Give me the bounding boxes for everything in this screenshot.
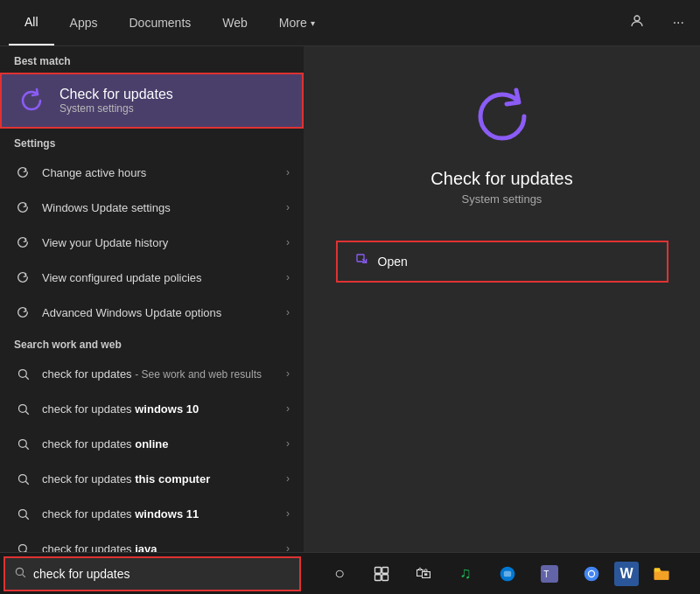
open-button[interactable]: Open: [336, 241, 668, 283]
detail-update-icon: [467, 81, 537, 151]
chevron-down-icon: ▾: [311, 18, 315, 28]
tab-documents[interactable]: Documents: [113, 0, 206, 45]
list-item-search-4[interactable]: check for updates this computer ›: [0, 461, 304, 496]
search-icon-3: [14, 435, 32, 452]
chevron-right-icon: ›: [286, 472, 290, 485]
best-match-label: Best match: [0, 46, 304, 73]
spotify-icon[interactable]: ♫: [446, 555, 485, 593]
search-icon-1: [14, 365, 32, 382]
taskbar-icons: ○ 🛍 ♫ T: [320, 555, 681, 593]
search-icon-6: [14, 540, 32, 552]
store-icon[interactable]: 🛍: [404, 555, 443, 593]
list-item-search-5[interactable]: check for updates windows 11 ›: [0, 496, 304, 531]
search-text-2: check for updates windows 10: [42, 402, 276, 416]
windows-update-settings-text: Windows Update settings: [42, 201, 276, 214]
chevron-right-icon: ›: [286, 166, 290, 178]
search-icon-5: [14, 505, 32, 522]
chrome-icon[interactable]: [572, 555, 611, 593]
task-view-icon[interactable]: [362, 555, 401, 593]
taskbar-search-bar[interactable]: [4, 556, 301, 591]
svg-line-15: [23, 575, 25, 577]
list-item-update-policies[interactable]: View configured update policies ›: [0, 260, 304, 295]
teams-icon[interactable]: T: [530, 555, 569, 593]
search-icon-2: [14, 400, 32, 417]
settings-label: Settings: [0, 129, 304, 155]
change-active-hours-text: Change active hours: [42, 166, 276, 179]
search-web-label: Search work and web: [0, 330, 304, 356]
open-label: Open: [378, 255, 408, 269]
svg-point-14: [16, 568, 23, 575]
chevron-right-icon: ›: [286, 542, 290, 552]
search-icon-4: [14, 470, 32, 487]
svg-rect-26: [654, 568, 661, 571]
svg-point-1: [18, 369, 26, 377]
list-item-search-1[interactable]: check for updates - See work and web res…: [0, 356, 304, 391]
svg-rect-13: [357, 255, 364, 262]
list-item-update-history[interactable]: View your Update history ›: [0, 225, 304, 260]
more-options-icon[interactable]: ···: [666, 11, 691, 34]
view-update-history-text: View your Update history: [42, 236, 276, 249]
person-icon[interactable]: [622, 10, 652, 36]
svg-point-11: [18, 544, 26, 552]
nav-right-icons: ···: [622, 10, 691, 36]
list-item-search-3[interactable]: check for updates online ›: [0, 426, 304, 461]
svg-point-5: [18, 439, 26, 447]
detail-title: Check for updates: [430, 169, 572, 189]
right-panel: Check for updates System settings Open: [304, 46, 700, 552]
svg-rect-16: [375, 567, 382, 573]
svg-point-24: [589, 571, 594, 577]
chevron-right-icon: ›: [286, 201, 290, 213]
search-bar-icon: [14, 566, 26, 581]
explorer-icon[interactable]: [642, 555, 681, 593]
svg-rect-19: [382, 574, 388, 580]
chevron-right-icon: ›: [286, 507, 290, 520]
search-text-4: check for updates this computer: [42, 472, 276, 486]
search-input[interactable]: [33, 567, 290, 581]
svg-rect-17: [382, 567, 388, 573]
svg-point-0: [634, 16, 640, 21]
svg-text:T: T: [543, 570, 549, 579]
svg-line-2: [25, 376, 28, 379]
detail-subtitle: System settings: [462, 192, 542, 206]
refresh-icon: [14, 164, 32, 181]
svg-point-3: [18, 404, 26, 412]
list-item-search-6[interactable]: check for updates java ›: [0, 531, 304, 552]
refresh-icon-4: [14, 269, 32, 286]
cortana-icon[interactable]: ○: [320, 555, 359, 593]
svg-line-4: [25, 411, 28, 414]
left-panel: Best match Check for updates System sett…: [0, 46, 304, 552]
taskbar: ○ 🛍 ♫ T: [0, 552, 700, 594]
refresh-icon-3: [14, 234, 32, 251]
view-update-policies-text: View configured update policies: [42, 271, 276, 284]
search-text-5: check for updates windows 11: [42, 507, 276, 521]
update-icon: [16, 85, 47, 116]
best-match-item[interactable]: Check for updates System settings: [0, 73, 304, 129]
top-nav: All Apps Documents Web More ▾ ···: [0, 0, 700, 46]
list-item-advanced-update[interactable]: Advanced Windows Update options ›: [0, 295, 304, 330]
list-item-windows-update-settings[interactable]: Windows Update settings ›: [0, 190, 304, 225]
search-text-6: check for updates java: [42, 542, 276, 553]
tab-web[interactable]: Web: [206, 0, 263, 45]
edge-icon[interactable]: [488, 555, 527, 593]
chevron-right-icon: ›: [286, 306, 290, 318]
refresh-icon-5: [14, 304, 32, 321]
search-text-1: check for updates - See work and web res…: [42, 367, 276, 381]
list-item-search-2[interactable]: check for updates windows 10 ›: [0, 391, 304, 426]
list-item-change-active-hours[interactable]: Change active hours ›: [0, 155, 304, 190]
best-match-text: Check for updates System settings: [60, 87, 173, 115]
word-icon[interactable]: W: [614, 562, 639, 586]
search-text-3: check for updates online: [42, 437, 276, 451]
tab-apps[interactable]: Apps: [54, 0, 114, 45]
tab-all[interactable]: All: [9, 0, 54, 45]
svg-line-10: [25, 516, 28, 519]
svg-line-6: [25, 446, 28, 449]
chevron-right-icon: ›: [286, 271, 290, 283]
best-match-title: Check for updates: [60, 87, 173, 102]
tab-more[interactable]: More ▾: [263, 0, 331, 45]
svg-point-7: [18, 474, 26, 482]
svg-line-12: [25, 551, 28, 552]
open-icon: [355, 253, 369, 270]
svg-line-8: [25, 481, 28, 484]
main-content: Best match Check for updates System sett…: [0, 46, 700, 552]
refresh-icon-2: [14, 199, 32, 216]
